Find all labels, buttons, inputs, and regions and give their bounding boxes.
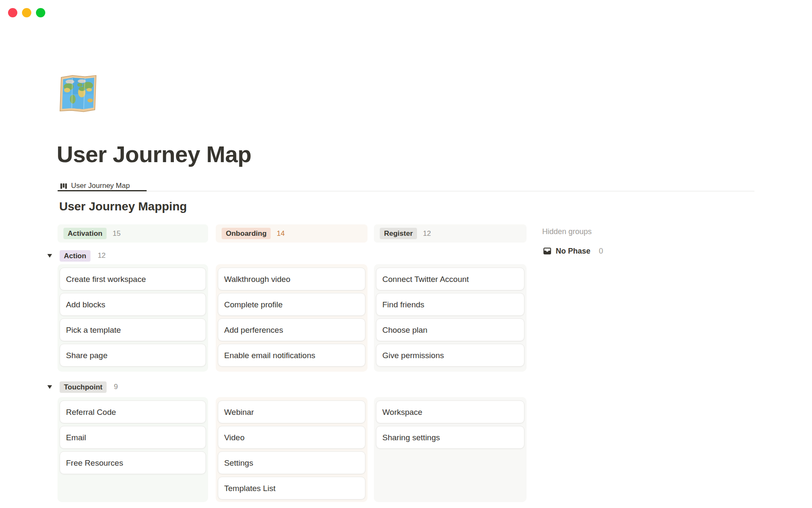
board-card[interactable]: Add blocks <box>60 293 206 316</box>
board-card[interactable]: Give permissions <box>376 344 524 367</box>
tab-label: User Journey Map <box>71 181 130 190</box>
card-title: Settings <box>224 458 253 468</box>
board-card[interactable]: Share page <box>60 344 206 367</box>
board-card[interactable]: Walkthrough video <box>218 268 365 290</box>
page-icon[interactable] <box>56 71 101 116</box>
card-title: Give permissions <box>382 351 444 360</box>
board-column-cell: Webinar Video Settings Templates List <box>216 397 368 502</box>
window-zoom-button[interactable] <box>36 8 45 17</box>
board-view-icon <box>60 182 67 190</box>
inbox-icon <box>543 247 551 255</box>
column-count: 14 <box>277 229 285 238</box>
board-card[interactable]: Add perferences <box>218 318 365 341</box>
section-heading[interactable]: User Journey Mapping <box>59 200 187 213</box>
card-title: Video <box>224 433 244 442</box>
card-title: Add perferences <box>224 325 283 335</box>
page-title[interactable]: User Journey Map <box>57 141 251 167</box>
board-card[interactable]: Complete profile <box>218 293 365 316</box>
card-title: Sharing settings <box>382 433 440 442</box>
board-card[interactable]: Enable email notifications <box>218 344 365 367</box>
board-card[interactable]: Workspace <box>376 400 524 423</box>
hidden-group-no-phase[interactable]: No Phase 0 <box>543 246 603 256</box>
board-column-cell: Create first workspace Add blocks Pick a… <box>58 264 208 372</box>
board-card[interactable]: Templates List <box>218 477 365 500</box>
board-column-cell: Workspace Sharing settings <box>374 397 527 502</box>
card-title: Choose plan <box>382 325 428 335</box>
row-group-count: 12 <box>98 251 106 260</box>
board-column-cell: Connect Twitter Account Find friends Cho… <box>374 264 527 372</box>
window-minimize-button[interactable] <box>22 8 31 17</box>
board-card[interactable]: Sharing settings <box>376 426 524 449</box>
column-header-onboarding[interactable]: Onboarding 14 <box>216 224 368 243</box>
board-card[interactable]: Choose plan <box>376 318 524 341</box>
group-chip-register[interactable]: Register <box>380 228 417 239</box>
board-card[interactable]: Connect Twitter Account <box>376 268 524 290</box>
card-title: Find friends <box>382 300 424 309</box>
card-title: Add blocks <box>66 300 105 309</box>
tab-bar-divider <box>58 191 754 191</box>
card-title: Free Resources <box>66 458 123 468</box>
board-card[interactable]: Video <box>218 426 365 449</box>
row-group-header-action: Action 12 <box>47 250 106 262</box>
board-card[interactable]: Find friends <box>376 293 524 316</box>
world-map-icon <box>56 71 101 116</box>
group-chip-action[interactable]: Action <box>60 250 91 262</box>
hidden-group-label: No Phase <box>556 247 590 256</box>
board-card[interactable]: Create first workspace <box>60 268 206 290</box>
board-card[interactable]: Email <box>60 426 206 449</box>
column-count: 12 <box>423 229 431 238</box>
board-card[interactable]: Referral Code <box>60 400 206 423</box>
card-title: Pick a template <box>66 325 121 335</box>
card-title: Share page <box>66 351 107 360</box>
board-card[interactable]: Webinar <box>218 400 365 423</box>
card-title: Connect Twitter Account <box>382 274 469 284</box>
card-title: Enable email notifications <box>224 351 315 360</box>
collapse-triangle-icon[interactable] <box>47 254 52 258</box>
card-title: Webinar <box>224 407 254 417</box>
card-title: Referral Code <box>66 407 116 417</box>
group-chip-touchpoint[interactable]: Touchpoint <box>60 381 107 393</box>
board-column-cell: Referral Code Email Free Resources <box>58 397 208 502</box>
tab-user-journey-map[interactable]: User Journey Map <box>60 181 130 190</box>
column-count: 15 <box>112 229 121 238</box>
card-title: Complete profile <box>224 300 283 309</box>
card-title: Walkthrough video <box>224 274 291 284</box>
board-card[interactable]: Pick a template <box>60 318 206 341</box>
group-chip-onboarding[interactable]: Onboarding <box>222 228 271 239</box>
board-card[interactable]: Settings <box>218 451 365 474</box>
hidden-group-count: 0 <box>599 247 603 256</box>
card-title: Templates List <box>224 483 275 493</box>
group-chip-activation[interactable]: Activation <box>63 228 107 239</box>
window-close-button[interactable] <box>8 8 17 17</box>
collapse-triangle-icon[interactable] <box>47 385 52 389</box>
board-column-cell: Walkthrough video Complete profile Add p… <box>216 264 368 372</box>
card-title: Email <box>66 433 86 442</box>
hidden-groups-heading: Hidden groups <box>542 227 592 236</box>
row-group-count: 9 <box>114 383 118 391</box>
column-header-activation[interactable]: Activation 15 <box>58 224 208 243</box>
card-title: Workspace <box>382 407 422 417</box>
row-group-header-touchpoint: Touchpoint 9 <box>47 381 118 393</box>
board-card[interactable]: Free Resources <box>60 451 206 474</box>
card-title: Create first workspace <box>66 274 146 284</box>
active-tab-indicator <box>58 190 147 191</box>
notion-window: User Journey Map User Journey Map User J… <box>0 0 812 508</box>
column-header-register[interactable]: Register 12 <box>374 224 527 243</box>
